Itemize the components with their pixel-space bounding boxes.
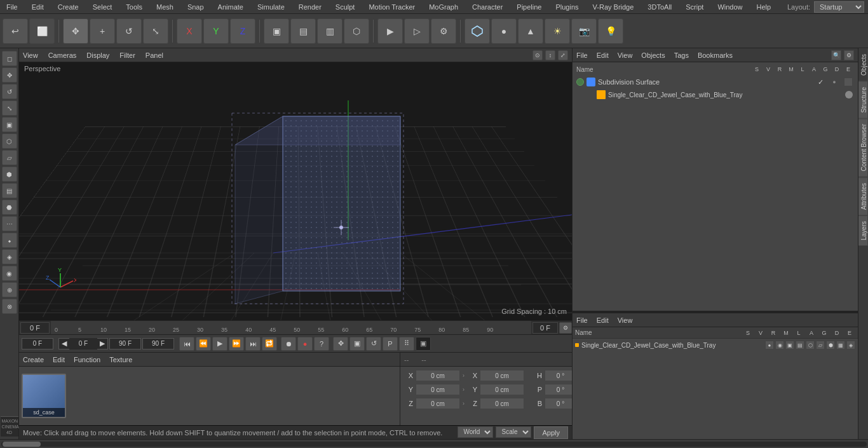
cone-button[interactable]: ▲ <box>518 18 543 44</box>
axis-x-button[interactable]: X <box>177 18 202 44</box>
obj-menu-bookmarks[interactable]: Bookmarks <box>698 51 733 59</box>
tab-objects[interactable]: Objects <box>858 48 868 81</box>
menu-simulate[interactable]: Simulate <box>255 2 287 12</box>
grid-tool[interactable]: ⠿ <box>399 337 414 351</box>
rotate-button[interactable]: ↺ <box>116 18 142 44</box>
poly-mode-button[interactable]: ▥ <box>317 18 342 44</box>
vp-ctrl-3[interactable]: ⤢ <box>558 50 568 60</box>
menu-vray[interactable]: V-Ray Bridge <box>590 2 637 12</box>
goto-end-button[interactable]: ⏭ <box>245 337 261 351</box>
coord-z-pos[interactable] <box>416 398 460 409</box>
transport-next-frame[interactable]: ▶ <box>97 337 107 351</box>
obj-settings-btn[interactable]: ⚙ <box>844 50 854 60</box>
menu-3dtoall[interactable]: 3DToAll <box>645 2 674 12</box>
attr-row-cd-case[interactable]: Single_Clear_CD_Jewel_Case_with_Blue_Tra… <box>573 339 858 351</box>
prev-keyframe-button[interactable]: ⏪ <box>196 337 211 351</box>
loop-button[interactable]: 🔁 <box>262 337 277 351</box>
menu-motion-tracker[interactable]: Motion Tracker <box>366 2 417 12</box>
viewport-menu-filter[interactable]: Filter <box>119 51 135 59</box>
tool-rotate[interactable]: ↺ <box>2 84 17 99</box>
tool-dots[interactable]: ⋯ <box>2 216 17 231</box>
attr-menu-view[interactable]: View <box>618 316 633 324</box>
coord-x-size[interactable] <box>480 370 524 381</box>
sphere-button[interactable]: ● <box>491 18 517 44</box>
vp-ctrl-2[interactable]: ↕ <box>545 50 555 60</box>
tool-select[interactable]: ◻ <box>2 51 17 66</box>
mat-menu-create[interactable]: Create <box>23 356 44 363</box>
obj-menu-edit[interactable]: Edit <box>597 51 609 59</box>
tab-content-browser[interactable]: Content Browser <box>858 118 868 177</box>
tool-remove[interactable]: ⊗ <box>2 299 17 314</box>
tab-attributes[interactable]: Attributes <box>858 177 868 215</box>
menu-script[interactable]: Script <box>683 2 706 12</box>
obj-menu-file[interactable]: File <box>576 51 588 59</box>
object-row-subdivision[interactable]: Subdivision Surface ✓ ● <box>574 76 857 88</box>
tool-grid[interactable]: ▤ <box>2 183 17 198</box>
undo-button[interactable]: ↩ <box>3 18 28 44</box>
menu-create[interactable]: Create <box>55 2 81 12</box>
tool-hex[interactable]: ⬡ <box>2 133 17 149</box>
apply-button[interactable]: Apply <box>534 426 568 439</box>
goto-start-button[interactable]: ⏮ <box>179 337 194 351</box>
lamp-button[interactable]: 💡 <box>598 18 623 44</box>
render-settings[interactable]: ⚙ <box>431 18 456 44</box>
menu-file[interactable]: File <box>4 2 20 12</box>
vp-ctrl-1[interactable]: ⊙ <box>532 50 543 60</box>
edge-mode-button[interactable]: ▤ <box>290 18 316 44</box>
tool-add[interactable]: ⊕ <box>2 282 17 297</box>
tool-diamond[interactable]: ⬣ <box>2 200 17 215</box>
play-button[interactable]: ▶ <box>212 337 227 351</box>
next-keyframe-button[interactable]: ⏩ <box>229 337 244 351</box>
viewport-menu-display[interactable]: Display <box>86 51 109 59</box>
tool-hex2[interactable]: ⬢ <box>2 166 17 182</box>
axis-y-button[interactable]: Y <box>203 18 229 44</box>
timeline-settings-btn[interactable]: ⚙ <box>559 322 572 334</box>
coord-h-rot[interactable] <box>545 370 572 381</box>
transport-current-frame-input[interactable] <box>69 338 97 350</box>
tool-box[interactable]: ▣ <box>2 117 17 132</box>
auto-key-button[interactable]: ● <box>297 337 313 351</box>
uv-mode-button[interactable]: ⬡ <box>344 18 369 44</box>
tool-lasso[interactable]: ⬥ <box>2 233 17 248</box>
menu-character[interactable]: Character <box>470 2 505 12</box>
menu-mograph[interactable]: MoGraph <box>426 2 461 12</box>
menu-snap[interactable]: Snap <box>185 2 207 12</box>
menu-tools[interactable]: Tools <box>123 2 145 12</box>
tab-layers[interactable]: Layers <box>858 215 868 246</box>
render-button[interactable]: ▶ <box>377 18 403 44</box>
tool-target[interactable]: ◉ <box>2 266 17 281</box>
viewport-menu-view[interactable]: View <box>23 51 38 59</box>
obj-menu-view[interactable]: View <box>618 51 633 59</box>
menu-plugins[interactable]: Plugins <box>553 2 581 12</box>
attr-menu-edit[interactable]: Edit <box>597 316 609 324</box>
coord-z-size[interactable] <box>480 398 524 409</box>
material-thumb-sd-case[interactable]: sd_case <box>22 374 66 418</box>
coord-y-pos[interactable] <box>416 384 460 395</box>
box-tool-2[interactable]: ▣ <box>349 337 365 351</box>
snap-tool[interactable]: P <box>383 337 398 351</box>
tool-move[interactable]: ✥ <box>2 67 17 83</box>
mat-menu-function[interactable]: Function <box>74 356 100 363</box>
menu-window[interactable]: Window <box>715 2 745 12</box>
menu-pipeline[interactable]: Pipeline <box>514 2 544 12</box>
transport-prev-frame[interactable]: ◀ <box>59 337 69 351</box>
tool-magnet[interactable]: ◈ <box>2 249 17 264</box>
tool-scale[interactable]: ⤡ <box>2 100 17 116</box>
menu-mesh[interactable]: Mesh <box>154 2 176 12</box>
menu-sculpt[interactable]: Sculpt <box>333 2 358 12</box>
coord-p-rot[interactable] <box>545 384 572 395</box>
light-button[interactable]: ☀ <box>545 18 570 44</box>
scroll-track[interactable] <box>1 442 867 447</box>
object-row-cd-case[interactable]: Single_Clear_CD_Jewel_Case_with_Blue_Tra… <box>574 88 857 101</box>
camera-button[interactable]: 📷 <box>571 18 597 44</box>
obj-search-btn[interactable]: 🔍 <box>831 50 841 60</box>
coord-y-size[interactable] <box>480 384 524 395</box>
render-region-button[interactable]: ⬜ <box>29 18 55 44</box>
tool-para[interactable]: ▱ <box>2 150 17 165</box>
menu-select[interactable]: Select <box>90 2 115 12</box>
menu-render[interactable]: Render <box>296 2 324 12</box>
timeline-frame-right[interactable] <box>532 322 558 334</box>
obj-menu-tags[interactable]: Tags <box>674 51 689 59</box>
axis-z-button[interactable]: Z <box>230 18 255 44</box>
viewport-menu-panel[interactable]: Panel <box>146 51 163 59</box>
